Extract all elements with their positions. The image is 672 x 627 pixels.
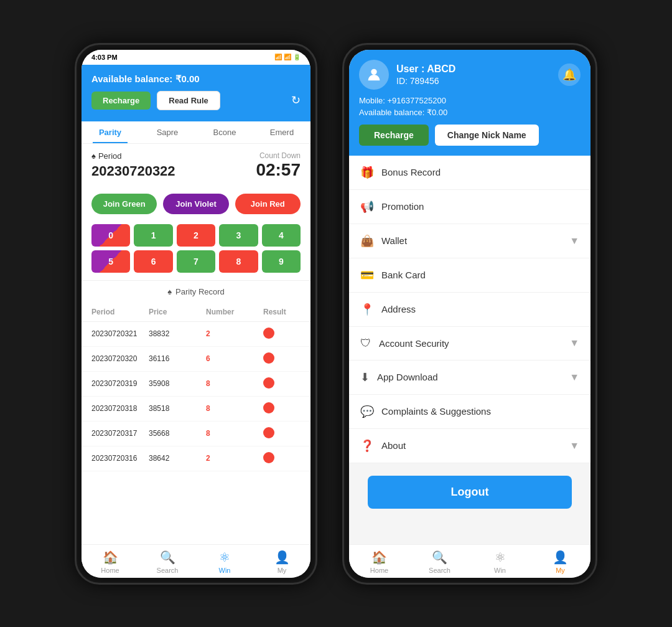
tab-emerd[interactable]: Emerd [253,121,310,143]
number-4[interactable]: 4 [262,224,301,247]
right-phone: User : ABCD ID: 789456 🔔 Mobile: +916377… [342,43,597,585]
wallet-label: Wallet [381,235,562,246]
appdownload-chevron: ▼ [569,372,579,383]
table-row: 20230720316 38642 2 [82,446,310,471]
address-label: Address [381,304,579,314]
security-chevron: ▼ [569,337,579,349]
home-icon-right: 🏠 [371,550,387,565]
win-icon: ⚛ [219,550,230,565]
promotion-label: Promotion [381,201,579,212]
balance-header: Available balance: ₹0.00 Recharge Read R… [82,65,310,121]
user-text-info: User : ABCD ID: 789456 [396,64,455,86]
join-red-button[interactable]: Join Red [235,194,301,214]
avatar [359,60,389,90]
nav-home-right[interactable]: 🏠 Home [349,550,409,574]
nav-my-left[interactable]: 👤 My [253,550,310,574]
menu-item-bonus[interactable]: 🎁 Bonus Record [349,156,590,190]
record-table: Period Price Number Result 20230720321 3… [82,303,310,544]
user-actions: Recharge Change Nick Name [359,125,581,146]
complaints-icon: 💬 [360,405,374,418]
nav-search-left[interactable]: 🔍 Search [139,550,196,574]
nav-my-right[interactable]: 👤 My [530,550,590,574]
table-row: 20230720320 36116 6 [82,347,310,372]
home-icon: 🏠 [103,550,118,565]
number-7[interactable]: 7 [177,250,215,273]
number-6[interactable]: 6 [134,250,172,273]
tab-sapre[interactable]: Sapre [139,121,196,143]
promotion-icon: 📢 [360,200,374,214]
countdown-label: Count Down [256,151,301,160]
period-left: ♠ Period 20230720322 [91,151,175,179]
my-icon: 👤 [274,550,290,565]
join-green-button[interactable]: Join Green [91,194,157,214]
number-8[interactable]: 8 [219,250,258,273]
bankcard-icon: 💳 [360,268,374,282]
address-icon: 📍 [360,303,374,316]
left-phone: 4:03 PM 📶 📶 🔋 Available balance: ₹0.00 R… [75,43,317,585]
left-screen: 4:03 PM 📶 📶 🔋 Available balance: ₹0.00 R… [82,50,310,578]
user-header: User : ABCD ID: 789456 🔔 Mobile: +916377… [349,50,590,156]
bell-button[interactable]: 🔔 [558,64,581,86]
recharge-button-right[interactable]: Recharge [359,125,429,146]
about-chevron: ▼ [569,440,579,451]
right-bottom-nav: 🏠 Home 🔍 Search ⚛ Win 👤 My [349,544,590,578]
number-row-2: 5 6 7 8 9 [91,250,301,273]
menu-item-bankcard[interactable]: 💳 Bank Card [349,258,590,293]
period-number: 20230720322 [91,163,175,179]
wallet-icon: 👜 [360,234,374,248]
search-icon: 🔍 [160,550,175,565]
nav-win-left[interactable]: ⚛ Win [196,550,253,574]
right-screen: User : ABCD ID: 789456 🔔 Mobile: +916377… [349,50,590,578]
number-row-1: 0 1 2 3 4 [91,224,301,247]
nav-search-right[interactable]: 🔍 Search [409,550,470,574]
number-3[interactable]: 3 [219,224,258,247]
menu-item-security[interactable]: 🛡 Account Security ▼ [349,327,590,361]
menu-item-address[interactable]: 📍 Address [349,293,590,327]
number-1[interactable]: 1 [134,224,172,247]
menu-item-complaints[interactable]: 💬 Complaints & Suggestions [349,395,590,429]
tab-parity[interactable]: Parity [82,121,139,143]
countdown-right: Count Down 02:57 [256,151,301,180]
menu-list: 🎁 Bonus Record 📢 Promotion 👜 Wallet ▼ 💳 … [349,156,590,544]
svg-point-0 [371,68,376,74]
table-row: 20230720321 38832 2 [82,322,310,347]
menu-item-appdownload[interactable]: ⬇ App Download ▼ [349,361,590,395]
menu-item-about[interactable]: ❓ About ▼ [349,429,590,463]
balance-actions: Recharge Read Rule ↻ [91,91,301,110]
logout-button[interactable]: Logout [368,476,572,509]
security-label: Account Security [379,338,562,349]
about-label: About [381,440,562,451]
period-label: ♠ Period [91,151,175,161]
tab-bcone[interactable]: Bcone [196,121,253,143]
join-buttons: Join Green Join Violet Join Red [82,187,310,220]
refresh-icon[interactable]: ↻ [291,93,301,107]
nav-home-left[interactable]: 🏠 Home [82,550,139,574]
table-row: 20230720317 35668 8 [82,422,310,446]
logout-section: Logout [349,463,590,521]
user-mobile: Mobile: +916377525200 [359,96,581,105]
bonus-icon: 🎁 [360,166,374,179]
nav-win-right[interactable]: ⚛ Win [470,550,530,574]
period-section: ♠ Period 20230720322 Count Down 02:57 [82,144,310,187]
menu-item-wallet[interactable]: 👜 Wallet ▼ [349,224,590,258]
number-grid: 0 1 2 3 4 5 6 7 8 9 [82,220,310,280]
join-violet-button[interactable]: Join Violet [163,194,228,214]
left-status-bar: 4:03 PM 📶 📶 🔋 [82,50,310,65]
balance-label: Available balance: ₹0.00 [91,73,301,85]
user-id: ID: 789456 [396,76,455,86]
search-icon-right: 🔍 [432,550,447,565]
read-rule-button[interactable]: Read Rule [157,91,220,110]
bankcard-label: Bank Card [381,270,579,280]
menu-item-promotion[interactable]: 📢 Promotion [349,190,590,224]
recharge-button-left[interactable]: Recharge [91,92,151,110]
number-9[interactable]: 9 [262,250,301,273]
table-row: 20230720318 38518 8 [82,397,310,422]
number-0[interactable]: 0 [91,224,130,247]
user-top: User : ABCD ID: 789456 🔔 [359,60,581,90]
change-nick-button[interactable]: Change Nick Name [435,125,539,146]
number-2[interactable]: 2 [177,224,215,247]
table-row: 20230720319 35908 8 [82,372,310,397]
security-icon: 🛡 [360,337,371,350]
number-5[interactable]: 5 [91,250,130,273]
game-tabs: Parity Sapre Bcone Emerd [82,121,310,144]
